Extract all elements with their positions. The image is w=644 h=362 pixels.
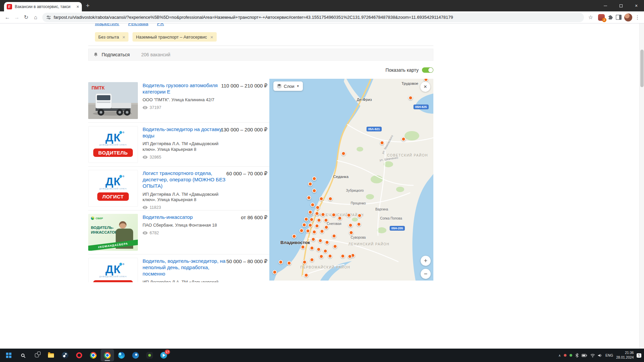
page-scrollbar[interactable] xyxy=(639,23,644,349)
map-marker[interactable] xyxy=(319,197,324,201)
taskbar-clock[interactable]: 21:36 28.01.2024 xyxy=(616,351,634,360)
map-marker[interactable] xyxy=(308,223,313,228)
map-marker[interactable] xyxy=(315,212,319,216)
tray-expand-icon[interactable]: ∧ xyxy=(558,354,561,357)
subscribe-button[interactable]: Подписаться xyxy=(102,52,130,57)
map-marker[interactable] xyxy=(307,196,311,200)
map-marker[interactable] xyxy=(341,254,345,258)
vacancy-card[interactable]: ДК® ДАВЫДОВСКИЙ КЛЮЧ ВОДИТЕЛЬ Водитель-э… xyxy=(88,123,269,167)
map-marker[interactable] xyxy=(312,230,317,234)
map-marker[interactable] xyxy=(347,213,351,218)
show-map-toggle[interactable] xyxy=(422,67,433,73)
category-link[interactable]: Маркетинг xyxy=(95,23,119,26)
chip-remove-icon[interactable]: × xyxy=(210,34,213,40)
vacancy-title[interactable]: Водитель-экспедитор на доставку воды xyxy=(143,126,227,139)
map-zoom-out-button[interactable]: − xyxy=(421,269,431,279)
map-marker[interactable] xyxy=(311,237,316,242)
map-marker[interactable] xyxy=(292,234,297,239)
filter-chip-transport[interactable]: Наземный транспорт – Автосервис × xyxy=(132,32,216,42)
vacancy-image-sber[interactable]: СБЕР ВОДИТЕЛЬ-ИНКАССАТОР #КОМАНДАСБЕРА xyxy=(88,214,138,251)
map-layers-button[interactable]: Слои ▼ xyxy=(273,81,303,91)
battery-icon[interactable] xyxy=(582,354,587,357)
vacancy-card[interactable]: СБЕР ВОДИТЕЛЬ-ИНКАССАТОР #КОМАНДАСБЕРА В… xyxy=(88,210,269,254)
profile-avatar[interactable] xyxy=(624,13,632,21)
task-view-button[interactable] xyxy=(30,349,44,361)
map-marker[interactable] xyxy=(324,218,328,223)
map-marker[interactable] xyxy=(332,213,336,217)
category-link[interactable]: Реклама xyxy=(128,23,148,26)
map-marker[interactable] xyxy=(424,79,428,82)
map-marker[interactable] xyxy=(338,216,342,221)
vacancy-card[interactable]: ПМТК xyxy=(88,79,269,123)
map-marker[interactable] xyxy=(409,96,413,100)
map-marker[interactable] xyxy=(325,240,329,245)
map-zoom-in-button[interactable]: + xyxy=(421,256,431,266)
map-marker[interactable] xyxy=(308,210,313,215)
map-marker[interactable] xyxy=(304,217,309,222)
volume-icon[interactable] xyxy=(598,354,602,357)
browser-menu-icon[interactable]: ⋮ xyxy=(635,14,640,20)
adblock-extension-icon[interactable]: 2 xyxy=(598,14,605,21)
map-marker[interactable] xyxy=(306,229,310,233)
vacancy-title[interactable]: Логист транспортного отдела, диспетчер, … xyxy=(143,170,227,189)
vacancy-image-truck[interactable]: ПМТК xyxy=(88,82,138,119)
map-marker[interactable] xyxy=(320,229,324,234)
map-marker[interactable] xyxy=(348,254,352,259)
notification-count-badge[interactable]: 5 xyxy=(637,353,641,358)
map-marker[interactable] xyxy=(332,234,336,238)
map-marker[interactable] xyxy=(318,239,323,243)
map-marker[interactable] xyxy=(304,273,309,278)
map-marker[interactable] xyxy=(312,189,317,193)
map-marker[interactable] xyxy=(311,203,315,207)
vacancy-title[interactable]: Водитель грузового автомобиля категории … xyxy=(143,82,227,95)
forward-icon[interactable]: → xyxy=(12,13,21,22)
map[interactable]: ТрудовоеДе-Фризул. Маковскогоул. Шевченк… xyxy=(269,79,433,281)
window-close-button[interactable]: × xyxy=(629,0,644,11)
steam-button[interactable] xyxy=(58,349,72,361)
chrome-button[interactable] xyxy=(87,349,100,361)
map-marker[interactable] xyxy=(301,245,305,249)
map-marker[interactable] xyxy=(323,249,328,253)
tray-shield-icon[interactable] xyxy=(570,354,572,357)
map-marker[interactable] xyxy=(308,182,313,186)
map-marker[interactable] xyxy=(273,270,277,275)
map-marker[interactable] xyxy=(310,258,314,262)
site-info-icon[interactable] xyxy=(46,15,51,20)
app-blue-button[interactable] xyxy=(129,349,142,361)
telegram-button[interactable]: 17 xyxy=(157,349,170,361)
vacancy-image-dk[interactable]: ДК® ДАВЫДОВСКИЙ КЛЮЧ ЛОГИСТ xyxy=(88,170,138,207)
map-marker[interactable] xyxy=(380,141,384,145)
extensions-puzzle-icon[interactable] xyxy=(607,14,613,20)
map-marker[interactable] xyxy=(328,197,333,201)
chip-remove-icon[interactable]: × xyxy=(122,34,125,40)
vacancy-image-dk[interactable]: ДК® ДАВЫДОВСКИЙ КЛЮЧ ВОДИТЕЛЬ xyxy=(88,126,138,163)
map-marker[interactable] xyxy=(300,229,304,233)
chrome-active-button[interactable] xyxy=(101,349,114,361)
map-marker[interactable] xyxy=(317,218,321,223)
scrollbar-thumb[interactable] xyxy=(640,50,644,87)
category-link[interactable]: PR xyxy=(157,23,164,26)
vacancy-title[interactable]: Водитель, водитель-экспедитор, на неполн… xyxy=(143,258,227,277)
app-dark-button[interactable] xyxy=(143,349,156,361)
map-marker[interactable] xyxy=(315,224,319,228)
map-marker[interactable] xyxy=(324,225,329,230)
url-text[interactable]: farpost.ru/vladivostok/rabota/vacansii/?… xyxy=(54,15,580,20)
map-marker[interactable] xyxy=(321,213,325,217)
bookmark-star-icon[interactable]: ☆ xyxy=(586,13,595,22)
map-marker[interactable] xyxy=(401,137,406,141)
vacancy-image-dk[interactable]: ДК® ДАВЫДОВСКИЙ КЛЮЧ ВОДИТЕЛЬ xyxy=(88,258,138,282)
map-marker[interactable] xyxy=(303,260,307,264)
vacancy-card[interactable]: ДК® ДАВЫДОВСКИЙ КЛЮЧ ЛОГИСТ Логист транс… xyxy=(88,167,269,210)
window-minimize-button[interactable] xyxy=(598,0,613,11)
start-button[interactable] xyxy=(2,349,15,361)
vacancy-card[interactable]: ДК® ДАВЫДОВСКИЙ КЛЮЧ ВОДИТЕЛЬ Водитель, … xyxy=(88,254,269,282)
map-close-button[interactable]: × xyxy=(420,82,430,92)
back-icon[interactable]: ← xyxy=(3,13,12,22)
tray-app-icon[interactable] xyxy=(564,354,567,357)
wifi-icon[interactable] xyxy=(590,354,595,357)
edge-button[interactable] xyxy=(115,349,128,361)
side-panel-icon[interactable] xyxy=(616,15,622,20)
map-marker[interactable] xyxy=(302,223,307,227)
map-marker[interactable] xyxy=(328,254,332,258)
taskbar-search-button[interactable] xyxy=(16,349,30,361)
